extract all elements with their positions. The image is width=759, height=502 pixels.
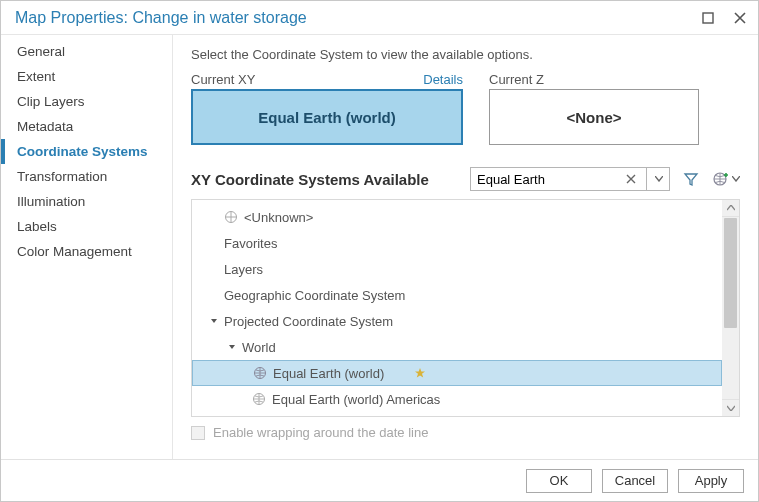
sidebar-item-labels[interactable]: Labels — [1, 214, 172, 239]
caret-down-icon — [226, 341, 238, 353]
current-xy-box[interactable]: Equal Earth (world) — [191, 89, 463, 145]
sidebar-item-coordinate-systems[interactable]: Coordinate Systems — [1, 139, 172, 164]
tree-item-favorites[interactable]: Favorites — [192, 230, 722, 256]
filter-button[interactable] — [680, 168, 702, 190]
close-icon — [734, 12, 746, 24]
current-z-label: Current Z — [489, 72, 699, 87]
window-title: Map Properties: Change in water storage — [15, 9, 686, 27]
tree-item-gcs[interactable]: Geographic Coordinate System — [192, 282, 722, 308]
tree-item-cs[interactable]: Equal Earth (world) Americas — [192, 386, 722, 412]
tree-label: <Unknown> — [244, 210, 313, 225]
tree-scrollbar[interactable] — [722, 200, 739, 416]
tree-item-world[interactable]: World — [192, 334, 722, 360]
tree-item-pcs[interactable]: Projected Coordinate System — [192, 308, 722, 334]
maximize-button[interactable] — [698, 8, 718, 28]
main-panel: Select the Coordinate System to view the… — [173, 35, 758, 459]
current-z-value: <None> — [566, 109, 621, 126]
tree-item-unknown[interactable]: <Unknown> — [192, 204, 722, 230]
available-heading: XY Coordinate Systems Available — [191, 171, 460, 188]
clear-icon — [626, 174, 636, 184]
search-clear-button[interactable] — [620, 167, 642, 191]
cs-tree: <Unknown> Favorites Layers Geographic Co… — [192, 200, 722, 416]
globe-icon — [224, 210, 238, 224]
tree-item-layers[interactable]: Layers — [192, 256, 722, 282]
maximize-icon — [702, 12, 714, 24]
globe-icon — [253, 366, 267, 380]
tree-label: Geographic Coordinate System — [224, 288, 405, 303]
current-z-box[interactable]: <None> — [489, 89, 699, 145]
sidebar-item-color-management[interactable]: Color Management — [1, 239, 172, 264]
close-button[interactable] — [730, 8, 750, 28]
tree-item-cs[interactable]: Equal Earth (world) — [192, 360, 722, 386]
tree-item-cs[interactable]: Equal Earth (world) Asia-Pacific — [192, 412, 722, 416]
wrap-checkbox-row: Enable wrapping around the date line — [191, 425, 740, 440]
add-cs-menu[interactable] — [712, 170, 740, 188]
caret-down-icon — [208, 315, 220, 327]
scroll-up-button[interactable] — [722, 200, 739, 217]
details-link[interactable]: Details — [423, 72, 463, 87]
sidebar-item-illumination[interactable]: Illumination — [1, 189, 172, 214]
sidebar-item-extent[interactable]: Extent — [1, 64, 172, 89]
tree-label: Equal Earth (world) Americas — [272, 392, 440, 407]
globe-plus-icon — [712, 170, 730, 188]
wrap-label: Enable wrapping around the date line — [213, 425, 428, 440]
sidebar-item-transformation[interactable]: Transformation — [1, 164, 172, 189]
sidebar-item-clip-layers[interactable]: Clip Layers — [1, 89, 172, 114]
search-wrap — [470, 167, 670, 191]
titlebar: Map Properties: Change in water storage — [1, 1, 758, 35]
current-xy-label: Current XY — [191, 72, 423, 87]
apply-button[interactable]: Apply — [678, 469, 744, 493]
tree-label: Favorites — [224, 236, 277, 251]
svg-rect-0 — [703, 13, 713, 23]
cancel-button[interactable]: Cancel — [602, 469, 668, 493]
dialog-footer: OK Cancel Apply — [1, 459, 758, 501]
globe-icon — [252, 392, 266, 406]
sidebar-item-metadata[interactable]: Metadata — [1, 114, 172, 139]
tree-label: Layers — [224, 262, 263, 277]
wrap-checkbox — [191, 426, 205, 440]
ok-button[interactable]: OK — [526, 469, 592, 493]
tree-label: Equal Earth (world) — [273, 366, 384, 381]
tree-label: Projected Coordinate System — [224, 314, 393, 329]
sidebar: General Extent Clip Layers Metadata Coor… — [1, 35, 173, 459]
search-dropdown-button[interactable] — [646, 167, 670, 191]
scroll-down-button[interactable] — [722, 399, 739, 416]
scroll-thumb[interactable] — [724, 218, 737, 328]
star-icon — [414, 367, 426, 379]
sidebar-item-general[interactable]: General — [1, 39, 172, 64]
chevron-down-icon — [732, 176, 740, 182]
filter-icon — [683, 171, 699, 187]
current-xy-value: Equal Earth (world) — [258, 109, 396, 126]
instruction-text: Select the Coordinate System to view the… — [191, 47, 740, 62]
tree-label: World — [242, 340, 276, 355]
chevron-down-icon — [655, 176, 663, 182]
